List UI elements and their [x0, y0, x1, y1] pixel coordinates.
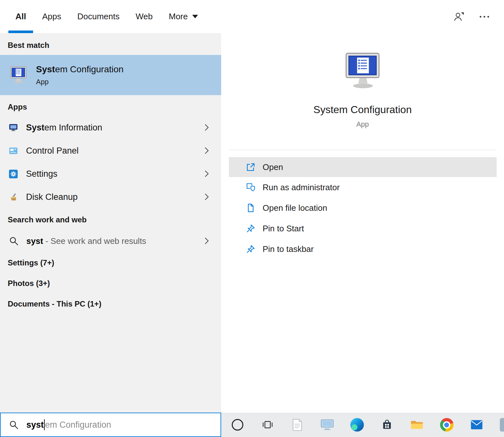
tab-all-label: All	[15, 12, 26, 22]
tab-web-label: Web	[136, 12, 153, 22]
tab-more[interactable]: More	[169, 0, 198, 33]
result-label: System Information	[26, 123, 102, 133]
open-icon	[246, 162, 256, 172]
mail-icon	[471, 419, 483, 430]
taskbar-clipped-button[interactable]	[491, 413, 504, 437]
action-run-as-administrator[interactable]: Run as administrator	[229, 177, 497, 198]
best-match-title: System Configuration	[36, 64, 123, 75]
taskbar-chrome-button[interactable]	[432, 413, 462, 437]
result-label: Disk Cleanup	[26, 192, 78, 202]
action-label: Open file location	[263, 203, 327, 213]
apps-section-label: Apps	[0, 102, 221, 112]
best-match-result[interactable]: System Configuration App	[0, 55, 221, 95]
search-filter-bar: All Apps Documents Web More	[0, 0, 504, 33]
disk-cleanup-icon	[9, 193, 18, 201]
chevron-right-icon	[204, 147, 209, 154]
task-view-icon	[261, 420, 274, 430]
action-label: Pin to taskbar	[263, 244, 314, 254]
pin-icon	[246, 224, 256, 233]
result-label: Control Panel	[26, 146, 79, 156]
preview-title: System Configuration	[221, 104, 504, 116]
cortana-icon	[232, 419, 243, 431]
system-configuration-icon	[9, 66, 28, 85]
apps-list: System Information Control Panel Setting…	[0, 116, 221, 209]
search-text: syst em Configuration	[26, 419, 111, 430]
open-file-location-icon	[246, 203, 256, 213]
action-open[interactable]: Open	[229, 157, 497, 177]
web-section-label: Search work and web	[0, 215, 221, 225]
group-documents[interactable]: Documents - This PC (1+)	[0, 294, 221, 314]
search-icon	[9, 420, 19, 430]
chrome-icon	[440, 418, 454, 432]
tab-all[interactable]: All	[15, 0, 26, 33]
group-photos[interactable]: Photos (3+)	[0, 273, 221, 294]
edge-icon	[350, 418, 364, 432]
microsoft-store-icon	[381, 419, 393, 431]
result-label: Settings	[26, 169, 58, 179]
search-typed-text: syst	[26, 420, 44, 430]
action-pin-to-taskbar[interactable]: Pin to taskbar	[229, 239, 497, 259]
tab-more-label: More	[169, 12, 188, 22]
action-label: Run as administrator	[263, 183, 340, 192]
chrome-hub	[443, 421, 450, 429]
settings-icon	[9, 170, 18, 178]
action-label: Open	[263, 162, 283, 172]
chevron-right-icon	[204, 124, 209, 131]
system-configuration-icon	[343, 52, 382, 91]
preview-subtitle: App	[221, 120, 504, 129]
filter-tabs: All Apps Documents Web More	[15, 0, 198, 33]
action-open-file-location[interactable]: Open file location	[229, 198, 497, 218]
group-settings[interactable]: Settings (7+)	[0, 253, 221, 273]
preview-icon-wrap	[221, 33, 504, 91]
best-match-text: System Configuration App	[36, 64, 123, 86]
more-options-icon[interactable]	[479, 15, 490, 18]
tab-apps[interactable]: Apps	[42, 0, 61, 33]
taskbar	[221, 413, 504, 437]
text-caret	[44, 419, 45, 430]
notepad-icon	[292, 419, 303, 431]
pin-icon	[246, 244, 256, 254]
taskbar-edge-button[interactable]	[342, 413, 372, 437]
context-actions: Open Run as administrator Open file loca…	[229, 157, 497, 259]
file-explorer-icon	[410, 419, 424, 431]
web-search-label: syst - See work and web results	[26, 236, 146, 246]
result-system-information[interactable]: System Information	[0, 116, 221, 139]
control-panel-icon	[9, 147, 18, 155]
taskbar-notepad-button[interactable]	[282, 413, 312, 437]
action-label: Pin to Start	[263, 224, 304, 234]
preview-panel: System Configuration App Open Run as adm…	[221, 33, 504, 413]
best-match-section-label: Best match	[0, 40, 221, 50]
action-pin-to-start[interactable]: Pin to Start	[229, 218, 497, 239]
search-icon	[9, 236, 19, 246]
results-panel: Best match System Configuration App Apps…	[0, 33, 221, 413]
pc-monitor-icon	[320, 419, 334, 431]
user-account-icon[interactable]	[453, 11, 465, 22]
taskbar-mail-button[interactable]	[462, 413, 491, 437]
chevron-right-icon	[204, 170, 209, 177]
web-search-result[interactable]: syst - See work and web results	[0, 229, 221, 253]
taskbar-file-explorer-button[interactable]	[402, 413, 432, 437]
search-input[interactable]: syst em Configuration	[0, 413, 221, 437]
tab-apps-label: Apps	[42, 12, 61, 22]
tab-web[interactable]: Web	[136, 0, 153, 33]
search-suggestion-text: em Configuration	[45, 420, 111, 430]
taskbar-cortana-button[interactable]	[222, 413, 252, 437]
run-as-admin-shield-icon	[246, 183, 256, 192]
result-control-panel[interactable]: Control Panel	[0, 139, 221, 162]
topbar-actions	[453, 0, 490, 33]
chevron-right-icon	[204, 237, 209, 245]
result-settings[interactable]: Settings	[0, 162, 221, 185]
chevron-right-icon	[204, 193, 209, 201]
tab-documents[interactable]: Documents	[77, 0, 120, 33]
tab-documents-label: Documents	[77, 12, 120, 22]
taskbar-pc-button[interactable]	[312, 413, 342, 437]
system-information-icon	[9, 123, 18, 132]
taskbar-task-view-button[interactable]	[252, 413, 282, 437]
divider	[229, 150, 497, 150]
chevron-down-icon	[192, 15, 198, 18]
clipped-icon	[500, 418, 504, 432]
taskbar-store-button[interactable]	[372, 413, 402, 437]
best-match-subtitle: App	[36, 78, 123, 86]
result-disk-cleanup[interactable]: Disk Cleanup	[0, 185, 221, 209]
